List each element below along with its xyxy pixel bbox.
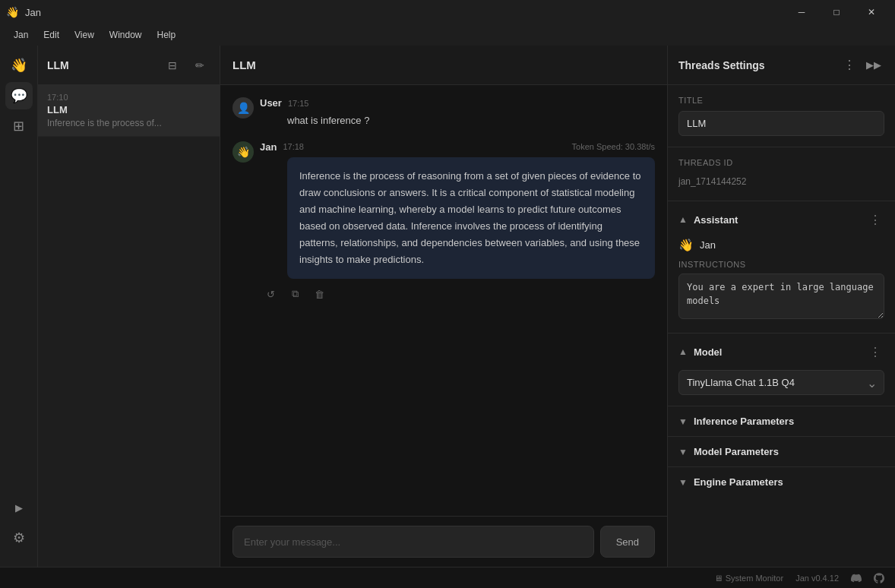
sidebar-item-settings[interactable]: ⚙	[5, 524, 33, 552]
sidebar-item-chat[interactable]: 💬	[5, 82, 33, 109]
main-layout: 👋 💬 ⊞ ▶ ⚙ LLM ⊟ ✏ 17:10 LLM	[0, 46, 895, 567]
inference-params-section: ▼ Inference Parameters	[668, 406, 895, 436]
jan-avatar: 👋	[232, 141, 254, 163]
window-controls: ─ □ ✕	[784, 0, 889, 24]
message-user: 👤 User 17:15 what is inference ?	[232, 97, 655, 129]
inference-params-header[interactable]: ▼ Inference Parameters	[668, 406, 895, 436]
send-button[interactable]: Send	[600, 526, 655, 558]
model-params-title: Model Parameters	[694, 446, 884, 457]
maximize-button[interactable]: □	[819, 0, 854, 24]
engine-params-header[interactable]: ▼ Engine Parameters	[668, 467, 895, 497]
user-message-body: what is inference ?	[287, 113, 655, 129]
menu-jan[interactable]: Jan	[6, 27, 36, 43]
copy-button[interactable]: ⧉	[284, 283, 305, 305]
inference-chevron-icon: ▼	[678, 416, 688, 427]
delete-button[interactable]: 🗑	[308, 283, 330, 305]
chat-title: LLM	[232, 58, 256, 71]
inference-params-title: Inference Parameters	[694, 416, 884, 427]
retry-button[interactable]: ↺	[260, 283, 281, 305]
user-message-content: User 17:15 what is inference ?	[260, 97, 655, 129]
model-more-button[interactable]: ⋮	[866, 343, 884, 361]
thread-time: 17:10	[47, 93, 210, 102]
collapse-panel-button[interactable]: ▶▶	[863, 55, 884, 76]
expand-icon: ▶	[15, 502, 23, 514]
titlebar: 👋 Jan ─ □ ✕	[0, 0, 895, 24]
app-title: Jan	[25, 7, 41, 18]
user-message-time: 17:15	[288, 99, 309, 108]
sidebar-bottom: ▶ ⚙	[5, 494, 33, 561]
new-thread-button[interactable]: ✏	[189, 55, 210, 76]
system-monitor[interactable]: 🖥 System Monitor	[714, 574, 783, 583]
system-monitor-label: System Monitor	[726, 574, 783, 583]
sidebar-item-expand[interactable]: ▶	[5, 494, 33, 521]
thread-list-title: LLM	[47, 59, 69, 71]
model-chevron-icon: ▲	[678, 346, 688, 357]
thread-list-header: LLM ⊟ ✏	[38, 46, 220, 85]
instructions-label: Instructions	[678, 260, 884, 269]
model-params-section: ▼ Model Parameters	[668, 436, 895, 466]
engine-params-section: ▼ Engine Parameters	[668, 466, 895, 497]
menu-view[interactable]: View	[67, 27, 102, 43]
jan-message-content: Jan 17:18 Token Speed: 30.38t/s Inferenc…	[260, 141, 655, 305]
assistant-name: Jan	[700, 239, 716, 251]
sidebar-item-models[interactable]: ⊞	[5, 112, 33, 140]
right-panel: Threads Settings ⋮ ▶▶ Title Threads ID j…	[667, 46, 895, 567]
chat-area: LLM 👤 User 17:15 what is inference ?	[220, 46, 667, 567]
thread-preview: Inference is the process of...	[47, 118, 210, 128]
jan-sender: Jan	[260, 141, 277, 153]
version-label: Jan v0.4.12	[795, 574, 839, 583]
model-select[interactable]: TinyLlama Chat 1.1B Q4	[678, 370, 884, 395]
model-params-header[interactable]: ▼ Model Parameters	[668, 437, 895, 466]
thread-item[interactable]: 17:10 LLM Inference is the process of...	[38, 85, 220, 137]
jan-message-time: 17:18	[283, 142, 304, 151]
threads-id-value: jan_1714144252	[678, 173, 884, 190]
thread-name: LLM	[47, 104, 210, 115]
message-input[interactable]	[232, 526, 594, 558]
jan-message-body: Inference is the process of reasoning fr…	[287, 157, 655, 280]
assistant-content: 👋 Jan Instructions You are a expert in l…	[668, 238, 895, 333]
jan-avatar-icon: 👋	[237, 146, 250, 158]
close-button[interactable]: ✕	[854, 0, 889, 24]
engine-chevron-icon: ▼	[678, 477, 688, 488]
instructions-textarea[interactable]: You are a expert in large language model…	[678, 273, 884, 319]
thread-list: LLM ⊟ ✏ 17:10 LLM Inference is the proce…	[38, 46, 220, 567]
sidebar-item-home[interactable]: 👋	[5, 52, 33, 79]
user-message-header: User 17:15	[260, 97, 655, 109]
discord-icon[interactable]	[851, 573, 862, 583]
system-monitor-icon: 🖥	[714, 574, 723, 583]
model-section-title: Model	[694, 346, 860, 358]
assistant-icon: 👋	[678, 238, 694, 252]
message-row-jan: 👋 Jan 17:18 Token Speed: 30.38t/s Infere…	[232, 141, 655, 305]
assistant-name-row: 👋 Jan	[678, 238, 884, 252]
titlebar-left: 👋 Jan	[6, 6, 41, 18]
message-row-user: 👤 User 17:15 what is inference ?	[232, 97, 655, 129]
assistant-chevron-icon: ▲	[678, 214, 688, 225]
assistant-section-header[interactable]: ▲ Assistant ⋮	[668, 201, 895, 238]
chat-messages: 👤 User 17:15 what is inference ? 👋	[220, 85, 667, 516]
model-section-header[interactable]: ▲ Model ⋮	[668, 334, 895, 370]
title-input[interactable]	[678, 111, 884, 136]
threads-id-section: Threads ID jan_1714144252	[668, 147, 895, 201]
token-speed: Token Speed: 30.38t/s	[572, 142, 655, 151]
user-sender: User	[260, 97, 282, 109]
right-panel-actions: ⋮ ▶▶	[839, 55, 884, 76]
github-icon[interactable]	[874, 573, 884, 583]
menubar: Jan Edit View Window Help	[0, 24, 895, 46]
right-panel-header: Threads Settings ⋮ ▶▶	[668, 46, 895, 85]
grid-icon: ⊞	[13, 118, 24, 134]
menu-help[interactable]: Help	[150, 27, 184, 43]
more-options-button[interactable]: ⋮	[839, 55, 860, 76]
message-actions: ↺ ⧉ 🗑	[260, 283, 655, 305]
model-content: TinyLlama Chat 1.1B Q4	[668, 370, 895, 406]
jan-message-header: Jan 17:18 Token Speed: 30.38t/s	[260, 141, 655, 153]
menu-edit[interactable]: Edit	[36, 27, 67, 43]
chat-input-area: Send	[220, 516, 667, 567]
minimize-button[interactable]: ─	[784, 0, 819, 24]
menu-window[interactable]: Window	[102, 27, 150, 43]
engine-params-title: Engine Parameters	[694, 476, 884, 488]
model-params-chevron-icon: ▼	[678, 447, 688, 457]
assistant-more-button[interactable]: ⋮	[866, 210, 884, 229]
model-select-wrap: TinyLlama Chat 1.1B Q4	[678, 370, 884, 395]
toggle-sidebar-button[interactable]: ⊟	[162, 55, 183, 76]
title-section: Title	[668, 85, 895, 147]
